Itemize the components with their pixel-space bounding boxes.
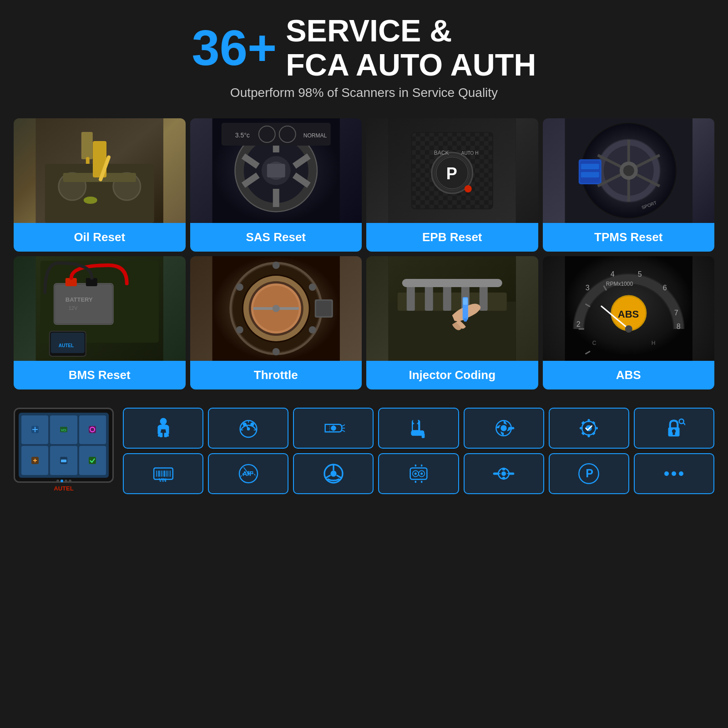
seat-icon-box[interactable] — [378, 408, 459, 449]
svg-rect-64 — [55, 284, 112, 324]
svg-point-88 — [236, 283, 243, 291]
parking-svg-icon: P — [577, 462, 600, 485]
svg-rect-161 — [588, 419, 590, 422]
transmission-svg-icon — [407, 462, 430, 485]
svg-text:3: 3 — [585, 284, 589, 292]
svg-rect-165 — [581, 421, 585, 425]
svg-rect-2 — [81, 132, 93, 159]
svg-text:BACK: BACK — [434, 150, 449, 156]
svg-rect-100 — [402, 279, 502, 287]
steering-icon-box[interactable] — [293, 453, 374, 494]
svg-rect-95 — [407, 283, 415, 311]
throttle-image — [190, 256, 362, 361]
svg-text:7: 7 — [674, 309, 678, 317]
abs-image: 2 3 4 5 6 7 8 RPMx1000 ABS C H — [543, 256, 715, 361]
svg-rect-22 — [267, 164, 285, 177]
transmission-icon-box[interactable] — [378, 453, 459, 494]
service-card-throttle: Throttle — [190, 256, 362, 389]
svg-rect-90 — [316, 301, 331, 316]
svg-text:AUTO H: AUTO H — [461, 151, 479, 156]
svg-rect-134 — [89, 457, 96, 464]
svg-point-123 — [625, 325, 632, 333]
svg-point-58 — [623, 165, 634, 176]
svg-point-82 — [272, 305, 279, 312]
bottom-section: VCI — [0, 401, 728, 501]
af-svg-icon: A/F — [237, 462, 260, 485]
device-screen: VCI — [19, 413, 109, 478]
svg-text:RPMx1000: RPMx1000 — [606, 281, 633, 287]
svg-text:VCI: VCI — [61, 429, 66, 432]
more-icon-box[interactable] — [634, 453, 714, 494]
svg-rect-171 — [673, 432, 675, 435]
svg-rect-203 — [415, 465, 416, 466]
svg-rect-7 — [63, 173, 136, 182]
svg-rect-204 — [421, 465, 422, 466]
svg-point-135 — [160, 418, 167, 425]
svg-point-212 — [502, 476, 506, 480]
epb-image: P BACK AUTO H — [366, 118, 538, 223]
bms-image: BATTERY 12V AUTEL — [14, 256, 186, 361]
turbo-icon — [492, 417, 515, 440]
svg-point-8 — [84, 197, 97, 204]
svg-text:5: 5 — [637, 270, 642, 278]
svg-rect-154 — [422, 433, 425, 438]
svg-point-192 — [247, 472, 249, 475]
svg-point-83 — [272, 262, 279, 269]
app-battery — [50, 446, 77, 475]
svg-line-197 — [337, 475, 342, 478]
svg-rect-133 — [61, 460, 66, 462]
svg-point-142 — [247, 427, 250, 430]
svg-point-84 — [308, 283, 316, 291]
lock-key-icon — [662, 417, 685, 440]
differential-icon-box[interactable] — [464, 453, 544, 494]
svg-rect-166 — [592, 421, 596, 425]
page-header: 36+ SERVICE & FCA AUTO AUTH Outperform 9… — [0, 0, 728, 105]
oil-reset-label: Oil Reset — [14, 223, 186, 252]
service-card-abs: 2 3 4 5 6 7 8 RPMx1000 ABS C H ABS — [543, 256, 715, 389]
headlight-icon-box[interactable] — [293, 408, 374, 449]
svg-rect-53 — [581, 172, 599, 177]
svg-text:P: P — [446, 164, 457, 183]
service-card-tpms: SPORT TPMS Reset — [543, 118, 715, 252]
svg-text:ABS: ABS — [617, 308, 638, 320]
gear-service-icon-box[interactable] — [549, 408, 629, 449]
tpms-reset-label: TPMS Reset — [543, 223, 715, 252]
svg-line-173 — [683, 423, 685, 426]
svg-point-85 — [308, 326, 316, 334]
svg-point-40 — [465, 185, 472, 192]
vin-card-icon: VIN — [152, 462, 175, 485]
svg-line-196 — [325, 475, 331, 478]
svg-point-210 — [501, 471, 506, 476]
headlight-icon — [322, 417, 345, 440]
app-vci: VCI — [50, 415, 77, 445]
service-count: 36+ — [192, 23, 277, 73]
svg-point-87 — [236, 326, 243, 334]
app-diagnostics — [21, 415, 48, 445]
header-title-line1: SERVICE & FCA AUTO AUTH — [286, 14, 536, 82]
turbo-icon-box[interactable] — [464, 408, 544, 449]
sas-image: 3.5°c NORMAL — [190, 118, 362, 223]
throttle-label: Throttle — [190, 361, 362, 389]
person-service-icon-box[interactable] — [123, 408, 203, 449]
injector-coding-label: Injector Coding — [366, 361, 538, 389]
svg-point-103 — [464, 318, 467, 322]
vin-icon-box[interactable]: VIN — [123, 453, 203, 494]
svg-text:6: 6 — [662, 284, 667, 292]
epb-reset-label: EPB Reset — [366, 223, 538, 252]
svg-point-140 — [250, 422, 254, 426]
svg-text:VIN: VIN — [159, 478, 167, 483]
svg-rect-168 — [592, 431, 596, 435]
af-icon-box[interactable]: A/F — [208, 453, 288, 494]
svg-point-202 — [420, 472, 423, 475]
service-card-oil: Oil Reset — [14, 118, 186, 252]
icons-grid: VIN A/F — [123, 408, 714, 494]
svg-text:12V: 12V — [69, 305, 78, 311]
gauge-icon — [237, 417, 260, 440]
header-subtitle: Outperform 98% of Scanners in Service Qu… — [9, 86, 719, 100]
gauge-icon-box[interactable] — [208, 408, 288, 449]
svg-rect-206 — [421, 480, 422, 482]
service-card-injector: Injector Coding — [366, 256, 538, 389]
svg-text:H: H — [651, 340, 655, 346]
parking-icon-box[interactable]: P — [549, 453, 629, 494]
lock-key-icon-box[interactable] — [634, 408, 714, 449]
